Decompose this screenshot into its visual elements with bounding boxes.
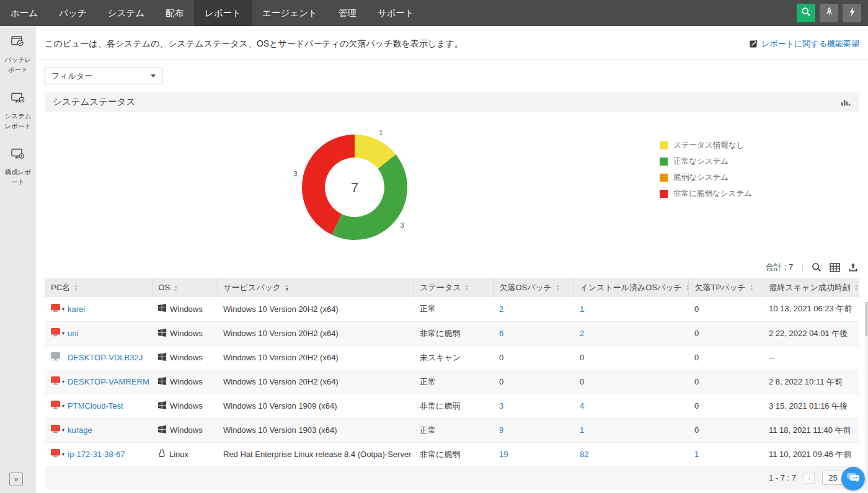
row-menu-caret-icon[interactable]: ▾ [62, 331, 64, 336]
installed-os-patches-link[interactable]: 82 [580, 450, 588, 459]
donut-slice[interactable] [332, 154, 407, 240]
search-button[interactable] [797, 4, 815, 22]
nav-item[interactable]: パッチ [48, 0, 97, 26]
missing-os-patches-value: 0 [499, 353, 503, 362]
sidebar-item[interactable]: パッチレポート [0, 26, 36, 82]
pc-name-link[interactable]: DESKTOP-VAMRERM [68, 377, 149, 386]
column-header[interactable]: 欠落TPパッチ▲▼ [688, 278, 763, 297]
installed-os-patches-link[interactable]: 4 [580, 401, 584, 411]
row-menu-caret-icon[interactable]: ▾ [62, 306, 64, 312]
sort-arrows-icon[interactable]: ▲▼ [854, 284, 858, 291]
column-header[interactable]: 欠落OSパッチ▲▼ [493, 278, 574, 297]
legend-item[interactable]: 脆弱なシステム [660, 172, 752, 183]
chat-widget-button[interactable] [841, 467, 865, 491]
nav-item[interactable]: レポート [194, 0, 252, 26]
status: 非常に脆弱 [414, 394, 493, 418]
pc-name-link[interactable]: uni [68, 329, 78, 338]
nav-item[interactable]: ホーム [0, 0, 48, 26]
nav-item[interactable]: エージェント [252, 0, 328, 26]
column-header[interactable]: インストール済みOSパッチ▲▼ [574, 278, 688, 297]
service-pack: Windows 10 Version 1903 (x64) [217, 418, 414, 442]
os-name: Windows [170, 425, 203, 435]
legend-label: 脆弱なシステム [673, 172, 728, 183]
last-scan-time: 11 10, 2021 09:46 午前 [763, 442, 859, 466]
legend-item[interactable]: 正常なシステム [660, 156, 752, 167]
sidebar-expand-button[interactable]: » [9, 473, 23, 486]
whats-new-button[interactable] [820, 4, 838, 22]
row-menu-caret-icon[interactable]: ▾ [62, 427, 64, 433]
installed-os-patches-value: 0 [580, 353, 584, 362]
sort-arrows-icon[interactable]: ▲▼ [465, 284, 469, 291]
table-scrollbar[interactable] [865, 302, 868, 491]
legend-item[interactable]: ステータス情報なし [660, 140, 752, 151]
feature-request-link[interactable]: レポートに関する機能要望 [750, 38, 859, 50]
sidebar-item[interactable]: システムレポート [0, 82, 36, 139]
sidebar-items: パッチレポートシステムレポート構成レポート [0, 26, 36, 195]
column-header[interactable]: OS▲▼ [152, 278, 217, 297]
chat-icon [847, 472, 859, 486]
legend-swatch [660, 190, 668, 198]
missing-os-patches-link[interactable]: 9 [499, 425, 503, 435]
table-row: ▾DESKTOP-VDLB32JWindowsWindows 10 Versio… [45, 345, 859, 370]
pc-name-link[interactable]: ip-172-31-38-67 [68, 450, 125, 459]
nav-item[interactable]: サポート [367, 0, 425, 26]
quick-actions-button[interactable] [843, 4, 861, 22]
row-menu-caret-icon[interactable]: ▾ [62, 403, 64, 409]
table-header-row: PC名▲▼OS▲▼サービスパック▲▼ステータス▲▼欠落OSパッチ▲▼インストール… [45, 278, 859, 297]
missing-os-patches-link[interactable]: 3 [499, 401, 503, 411]
legend-label: 正常なシステム [673, 156, 728, 167]
nav-item[interactable]: システム [97, 0, 155, 26]
status: 正常 [414, 297, 493, 321]
missing-tp-patches-link[interactable]: 1 [694, 450, 699, 459]
status: 正常 [414, 418, 493, 442]
column-header[interactable]: PC名▲▼ [45, 278, 152, 297]
nav-item[interactable]: 配布 [155, 0, 194, 26]
pc-name-link[interactable]: DESKTOP-VDLB32J [68, 353, 143, 362]
windows-icon [158, 353, 166, 363]
sort-arrows-icon[interactable]: ▲▼ [174, 285, 177, 292]
missing-os-patches-link[interactable]: 19 [499, 450, 508, 459]
column-header[interactable]: サービスパック▲▼ [217, 278, 414, 297]
row-menu-caret-icon[interactable]: ▾ [62, 379, 64, 384]
sort-arrows-icon[interactable]: ▲▼ [74, 284, 78, 291]
missing-os-patches-link[interactable]: 2 [499, 304, 503, 314]
pc-name-link[interactable]: PTMCloud-Test [68, 401, 123, 411]
legend-item[interactable]: 非常に脆弱なシステム [660, 189, 752, 199]
row-menu-caret-icon[interactable]: ▾ [62, 451, 64, 457]
pc-name-link[interactable]: kurage [68, 425, 92, 435]
last-scan-time: 3 15, 2021 01:16 午後 [763, 394, 859, 418]
os-name: Windows [170, 401, 203, 411]
pc-name-link[interactable]: karei [68, 304, 85, 314]
filter-dropdown[interactable]: フィルター [45, 68, 162, 84]
column-header[interactable]: 最終スキャン成功時刻▲▼ [763, 278, 859, 297]
column-header[interactable]: ステータス▲▼ [414, 278, 493, 297]
column-label: 欠落TPパッチ [695, 283, 746, 292]
os-name: Windows [170, 353, 203, 362]
pagination-prev-button[interactable]: ‹ [804, 473, 815, 484]
chevron-down-icon [151, 74, 156, 78]
sort-arrows-icon[interactable]: ▲▼ [750, 284, 753, 291]
sidebar-item[interactable]: 構成レポート [0, 138, 36, 195]
column-label: サービスパック [224, 283, 281, 292]
computer-icon [51, 425, 60, 435]
last-scan-time: -- [763, 345, 859, 370]
donut-chart[interactable]: 1337 [285, 117, 425, 260]
column-chooser-icon[interactable] [830, 263, 840, 272]
table-search-icon[interactable] [812, 262, 822, 272]
missing-os-patches-link[interactable]: 6 [499, 329, 503, 338]
sidebar-item-label: 構成レポート [2, 167, 34, 187]
sort-arrows-icon[interactable]: ▲▼ [686, 284, 688, 291]
installed-os-patches-link[interactable]: 1 [580, 304, 584, 314]
table-row: ▾kareiWindowsWindows 10 Version 20H2 (x6… [45, 297, 859, 321]
sort-arrows-icon[interactable]: ▲▼ [285, 284, 289, 291]
export-icon[interactable] [848, 262, 858, 272]
donut-total: 7 [351, 180, 358, 195]
sort-arrows-icon[interactable]: ▲▼ [556, 284, 559, 291]
chart-type-icon[interactable] [841, 98, 851, 107]
status: 非常に脆弱 [414, 321, 493, 345]
installed-os-patches-link[interactable]: 2 [580, 329, 584, 338]
filter-row: フィルター [36, 60, 868, 92]
service-pack: Windows 10 Version 1909 (x64) [217, 394, 414, 418]
nav-item[interactable]: 管理 [328, 0, 367, 26]
installed-os-patches-link[interactable]: 1 [580, 425, 584, 435]
